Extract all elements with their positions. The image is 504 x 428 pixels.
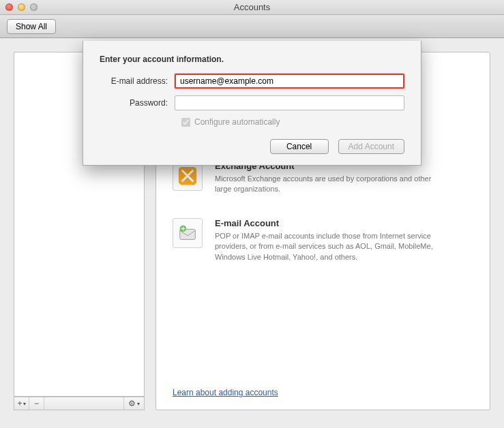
titlebar: Accounts bbox=[0, 0, 504, 15]
exchange-desc: Microsoft Exchange accounts are used by … bbox=[215, 174, 447, 195]
email-desc: POP or IMAP e-mail accounts include thos… bbox=[215, 231, 447, 262]
gear-icon[interactable]: ⚙▾ bbox=[123, 397, 144, 410]
password-field[interactable] bbox=[175, 95, 404, 110]
password-row: Password: bbox=[100, 95, 404, 110]
email-row: E-mail address: bbox=[100, 74, 404, 89]
close-window-button[interactable] bbox=[5, 3, 13, 11]
toolbar: Show All bbox=[0, 15, 504, 38]
account-info-sheet: Enter your account information. E-mail a… bbox=[83, 41, 421, 166]
add-account-button[interactable]: Add Account bbox=[338, 139, 404, 154]
minimize-window-button[interactable] bbox=[18, 3, 25, 11]
sidebar-toolbar: +▾ − ⚙▾ bbox=[14, 397, 145, 410]
sheet-buttons: Cancel Add Account bbox=[100, 139, 404, 154]
email-field[interactable] bbox=[175, 74, 404, 89]
learn-link[interactable]: Learn about adding accounts bbox=[173, 388, 278, 397]
window-title: Accounts bbox=[0, 2, 504, 12]
configure-row: Configure automatically bbox=[181, 117, 404, 127]
accounts-window: Accounts Show All +▾ − ⚙▾ , select an ac… bbox=[0, 0, 504, 428]
email-label: E-mail address: bbox=[100, 76, 175, 86]
remove-account-icon[interactable]: − bbox=[29, 397, 44, 410]
window-controls bbox=[0, 3, 38, 11]
email-title: E-mail Account bbox=[215, 218, 447, 228]
email-text: E-mail Account POP or IMAP e-mail accoun… bbox=[215, 218, 447, 262]
exchange-text: Exchange Account Microsoft Exchange acco… bbox=[215, 161, 447, 195]
configure-label: Configure automatically bbox=[194, 117, 280, 127]
password-label: Password: bbox=[100, 98, 175, 108]
zoom-window-button[interactable] bbox=[30, 3, 38, 11]
email-icon bbox=[173, 218, 203, 248]
email-account-row[interactable]: E-mail Account POP or IMAP e-mail accoun… bbox=[173, 218, 473, 262]
sheet-title: Enter your account information. bbox=[100, 55, 404, 64]
add-account-icon[interactable]: +▾ bbox=[14, 397, 29, 410]
configure-checkbox[interactable] bbox=[181, 118, 190, 127]
cancel-button[interactable]: Cancel bbox=[270, 139, 329, 154]
exchange-account-row[interactable]: Exchange Account Microsoft Exchange acco… bbox=[173, 161, 473, 195]
show-all-button[interactable]: Show All bbox=[7, 19, 56, 34]
